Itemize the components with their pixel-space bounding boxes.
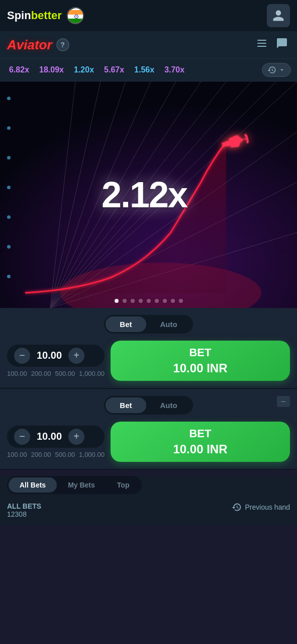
game-title-area: Aviator ? (7, 37, 69, 53)
all-bets-info: ALL BETS 12308 (7, 502, 41, 518)
chevron-down-icon (278, 66, 285, 73)
svg-marker-25 (243, 138, 247, 140)
bet-tabs-2: Bet Auto (104, 396, 192, 415)
multiplier-values: 6.82x 18.09x 1.20x 5.67x 1.56x 3.70x (6, 64, 257, 76)
bet-button-amount-1: 10.00 INR (173, 360, 227, 376)
bet-amount-2: 10.00 (34, 431, 64, 442)
bottom-tabs: All Bets My Bets Top (7, 476, 142, 494)
quick-amt-1000[interactable]: 1,000.00 (79, 370, 105, 377)
increase-amount-1[interactable]: + (68, 348, 84, 364)
bet-button-label-1: BET (189, 346, 211, 360)
flag-icon[interactable] (67, 7, 84, 24)
grid-dots (7, 97, 11, 278)
amount-row-2: − 10.00 + (7, 426, 105, 448)
quick-amounts-2: 100.00 200.00 500.00 1,000.00 (7, 451, 105, 458)
collapse-button-2[interactable]: − (277, 396, 290, 407)
bet-tab-auto-1[interactable]: Auto (146, 316, 191, 332)
svg-rect-2 (68, 15, 84, 19)
carousel-dot[interactable] (155, 299, 159, 303)
multiplier-bar: 6.82x 18.09x 1.20x 5.67x 1.56x 3.70x (0, 59, 297, 82)
bet-tab-bet-2[interactable]: Bet (106, 397, 146, 413)
grid-dot (7, 215, 11, 219)
quick-amt-100-2[interactable]: 100.00 (7, 451, 27, 458)
svg-point-5 (76, 16, 77, 17)
svg-rect-3 (68, 19, 84, 23)
bet-controls-2: − 10.00 + 100.00 200.00 500.00 1,000.00 … (7, 422, 290, 462)
chat-button[interactable] (274, 35, 290, 54)
carousel-dot[interactable] (163, 299, 167, 303)
bet-amount-1: 10.00 (34, 350, 64, 361)
bet-controls-1: − 10.00 + 100.00 200.00 500.00 1,000.00 … (7, 341, 290, 381)
bet-panel-1: Bet Auto − 10.00 + 100.00 200.00 500.00 … (0, 308, 297, 389)
bet-tab-bet-1[interactable]: Bet (106, 316, 146, 332)
quick-amounts-1: 100.00 200.00 500.00 1,000.00 (7, 370, 105, 377)
bet-button-1[interactable]: BET 10.00 INR (111, 341, 290, 381)
increase-amount-2[interactable]: + (68, 429, 84, 445)
quick-amt-1000-2[interactable]: 1,000.00 (79, 451, 105, 458)
grid-dot (7, 245, 11, 249)
bottom-section: All Bets My Bets Top ALL BETS 12308 Prev… (0, 476, 297, 525)
current-multiplier: 2.12x (102, 174, 187, 215)
bet-tabs-1: Bet Auto (104, 315, 192, 334)
history-button[interactable] (262, 63, 291, 77)
help-button[interactable]: ? (56, 38, 69, 51)
mult-val-3: 1.20x (71, 64, 97, 76)
decrease-amount-2[interactable]: − (14, 429, 30, 445)
previous-hand-button[interactable]: Previous hand (232, 502, 290, 512)
quick-amt-200-2[interactable]: 200.00 (31, 451, 51, 458)
all-bets-count: 12308 (7, 510, 41, 518)
grid-dot (7, 97, 11, 100)
game-title: Aviator (7, 37, 52, 53)
tab-all-bets[interactable]: All Bets (9, 477, 57, 493)
carousel-dot[interactable] (131, 299, 135, 303)
game-header: Aviator ? (0, 31, 297, 59)
mult-val-6: 3.70x (161, 64, 187, 76)
logo: Spinbetter (7, 9, 62, 22)
grid-dot (7, 156, 11, 159)
previous-hand-icon (232, 502, 242, 512)
svg-rect-1 (68, 10, 84, 15)
quick-amt-500[interactable]: 500.00 (55, 370, 75, 377)
bet-button-2[interactable]: BET 10.00 INR (111, 422, 290, 462)
menu-button[interactable] (254, 35, 270, 54)
user-icon (272, 9, 285, 22)
all-bets-row: ALL BETS 12308 Previous hand (7, 499, 290, 525)
grid-dot (7, 126, 11, 130)
quick-amt-200[interactable]: 200.00 (31, 370, 51, 377)
decrease-amount-1[interactable]: − (14, 348, 30, 364)
carousel-dot[interactable] (171, 299, 175, 303)
mult-val-1: 6.82x (6, 64, 32, 76)
bet-panel-2: Bet Auto − − 10.00 + 100.00 200.00 500.0… (0, 389, 297, 470)
carousel-dot[interactable] (115, 299, 119, 303)
top-nav: Spinbetter (0, 0, 297, 31)
mult-val-5: 1.56x (131, 64, 157, 76)
tab-my-bets[interactable]: My Bets (57, 477, 106, 493)
carousel-dot[interactable] (123, 299, 127, 303)
quick-amt-100[interactable]: 100.00 (7, 370, 27, 377)
logo-better: better (31, 9, 62, 22)
carousel-dot[interactable] (147, 299, 151, 303)
history-icon (267, 65, 276, 74)
game-canvas: 2.12x (0, 82, 297, 308)
carousel-dot[interactable] (139, 299, 143, 303)
bet-button-amount-2: 10.00 INR (173, 441, 227, 457)
carousel-dot[interactable] (179, 299, 183, 303)
amount-control-2: − 10.00 + 100.00 200.00 500.00 1,000.00 (7, 426, 105, 458)
bet-button-label-2: BET (189, 427, 211, 441)
all-bets-label: ALL BETS (7, 502, 41, 510)
previous-hand-label: Previous hand (245, 503, 290, 511)
svg-rect-8 (257, 46, 266, 47)
logo-area: Spinbetter (7, 7, 84, 24)
amount-row-1: − 10.00 + (7, 345, 105, 367)
grid-dot (7, 186, 11, 189)
user-button[interactable] (267, 4, 290, 27)
svg-rect-6 (257, 40, 266, 41)
header-icons (254, 35, 290, 54)
bet-tab-auto-2[interactable]: Auto (146, 397, 191, 413)
amount-control-1: − 10.00 + 100.00 200.00 500.00 1,000.00 (7, 345, 105, 377)
quick-amt-500-2[interactable]: 500.00 (55, 451, 75, 458)
mult-val-4: 5.67x (101, 64, 127, 76)
tab-top[interactable]: Top (106, 477, 141, 493)
grid-dot (7, 275, 11, 278)
carousel-dots (115, 299, 183, 303)
